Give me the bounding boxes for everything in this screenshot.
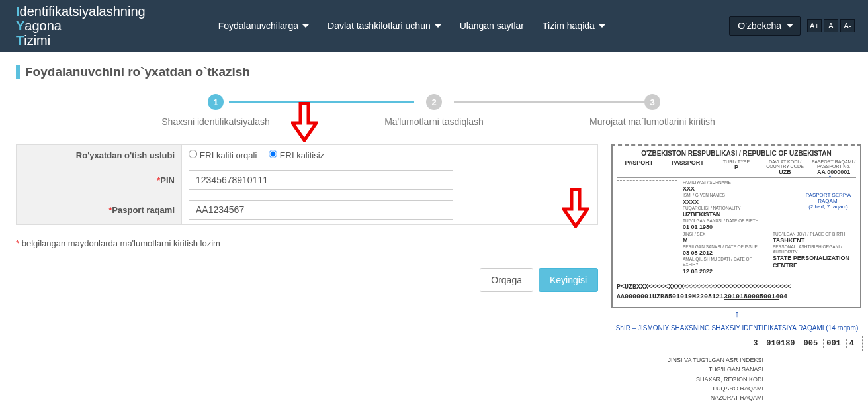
nav-gov[interactable]: Davlat tashkilotlari uchun — [327, 21, 441, 31]
stepper: 1 Shaxsni identifikatsiyalash 2 Ma'lumot… — [110, 94, 758, 127]
passport-sample-column: O'ZBEKISTON RESPUBLIKASI / REPUBLIC OF U… — [611, 144, 863, 403]
mrz-zone: P<UZBXXX<<<<<XXXX<<<<<<<<<<<<<<<<<<<<<<<… — [617, 282, 856, 302]
passport-label: Pasport raqami — [112, 205, 175, 215]
pin-part-2: 005 — [801, 339, 821, 348]
chevron-down-icon — [787, 24, 793, 28]
nav-users[interactable]: Foydalanuvchilarga — [218, 21, 309, 31]
logo-text-2: agona — [24, 19, 62, 33]
pob-val: TASHKENT — [773, 237, 856, 244]
logo-text-1: dentifikatsiyalashning — [20, 4, 146, 19]
passport-h-passport-en: PASSPORT — [666, 160, 711, 175]
seriya-note-title: PASPORT SERIYA RAQAMI — [802, 192, 855, 204]
font-size-controls: A+ A A- — [807, 19, 855, 32]
registration-form: Ro'yxatdan o'tish uslubi ERI kaliti orqa… — [16, 144, 598, 225]
logo-cap-2: Y — [16, 19, 24, 33]
content-row: Ro'yxatdan o'tish uslubi ERI kaliti orqa… — [16, 144, 852, 403]
logo-text-3: izimi — [24, 33, 50, 48]
pin-part-3: 001 — [823, 339, 844, 348]
step-1-circle: 1 — [208, 94, 224, 110]
nav-sites[interactable]: Ulangan saytlar — [460, 21, 524, 31]
next-button[interactable]: Keyingisi — [539, 268, 598, 292]
chevron-down-icon — [599, 24, 605, 28]
pin-label-region: SHAXAR, REGION KODI — [611, 375, 763, 384]
header-right: O'zbekcha A+ A A- — [729, 16, 855, 36]
pin-input[interactable] — [189, 170, 453, 190]
pin-part-1: 010180 — [763, 339, 797, 348]
pin-breakdown: 3 010180 005 001 4 — [691, 336, 863, 351]
font-decrease-button[interactable]: A- — [840, 19, 855, 32]
language-select[interactable]: O'zbekcha — [729, 16, 801, 36]
passport-header-row: PASPORT PASSPORT TURI / TYPEP DAVLAT KOD… — [617, 160, 856, 178]
doe-val: 12 08 2022 — [683, 268, 766, 275]
arrow-up-icon: ↑ — [828, 172, 832, 183]
radio-no-eri[interactable]: ERI kalitisiz — [269, 150, 324, 160]
annotation-arrow-2 — [562, 188, 589, 228]
page-title-row: Foydalanuvchini ro`yxatdan o`tkazish — [16, 65, 852, 79]
annotation-arrow-1 — [291, 102, 318, 142]
font-increase-button[interactable]: A+ — [807, 19, 822, 32]
chevron-down-icon — [435, 24, 441, 28]
radio-no-eri-label: ERI kalitisiz — [280, 150, 324, 160]
step-1-label: Shaxsni identifikatsiyalash — [161, 116, 269, 127]
passport-photo-placeholder — [617, 180, 677, 263]
header: Identifikatsiyalashning Yagona Tizimi Fo… — [0, 0, 868, 52]
step-3-label: Murojaat ma`lumotlarini kiritish — [589, 116, 715, 127]
shir-note: ShIR – JISMONIY SHAXSNING SHAXSIY IDENTI… — [611, 324, 863, 332]
nav-gov-label: Davlat tashkilotlari uchun — [327, 21, 431, 31]
mrz-line-1: P<UZBXXX<<<<<XXXX<<<<<<<<<<<<<<<<<<<<<<<… — [617, 282, 856, 292]
passport-h-type: TURI / TYPEP — [714, 160, 759, 175]
doi-val: 03 08 2012 — [683, 250, 766, 257]
passport-h-number: PASPORT RAQAMI / PASSPORT No.AA 0000001 — [811, 160, 856, 175]
passport-cell — [182, 195, 598, 225]
pin-label-fuqaro: FUQARO RAQAMI — [611, 384, 763, 393]
pin-label-jinsi: JINSI VA TUG'ILGAN ASR INDEKSI — [611, 355, 763, 365]
font-normal-button[interactable]: A — [824, 19, 838, 32]
doi-lbl: BERILGAN SANASI / DATE OF ISSUE — [683, 244, 766, 250]
pin-label: PIN — [160, 175, 175, 185]
page-content: Foydalanuvchini ro`yxatdan o`tkazish 1 S… — [0, 52, 868, 413]
step-3-circle: 3 — [644, 94, 660, 110]
step-3: 3 Murojaat ma`lumotlarini kiritish — [566, 94, 738, 127]
radio-eri-key-input[interactable] — [189, 150, 197, 158]
logo-cap-3: T — [16, 33, 24, 48]
passport-h-country: DAVLAT KODI / COUNTRY CODEUZB — [763, 160, 808, 175]
page-title: Foydalanuvchini ro`yxatdan o`tkazish — [25, 65, 250, 79]
logo[interactable]: Identifikatsiyalashning Yagona Tizimi — [16, 4, 146, 48]
passport-input[interactable] — [189, 200, 453, 220]
nav-about[interactable]: Tizim haqida — [542, 21, 605, 31]
title-accent — [16, 65, 20, 79]
dob-lbl: TUG'ILGAN SANASI / DATE OF BIRTH — [683, 218, 856, 224]
form-buttons: Orqaga Keyingisi — [16, 268, 598, 292]
step-1: 1 Shaxsni identifikatsiyalash — [130, 94, 302, 127]
doe-lbl: AMAL QILISH MUDDATI / DATE OF EXPIRY — [683, 257, 766, 267]
pin-label-sana: TUG'ILGAN SANASI — [611, 365, 763, 374]
step-2-circle: 2 — [426, 94, 442, 110]
back-button[interactable]: Orqaga — [480, 268, 533, 292]
passport-h-pasport: PASPORT — [617, 160, 662, 175]
auth-lbl: PERSONALLASHTIRISH ORGANI / AUTHORITY — [773, 244, 856, 255]
pin-part-0: 3 — [750, 339, 760, 348]
pin-label-cell: *PIN — [17, 165, 182, 195]
pob-lbl: TUG'ILGAN JOYI / PLACE OF BIRTH — [773, 232, 856, 237]
required-hint-text: belgilangan maydonlarda ma'lumotlarni ki… — [19, 238, 220, 248]
arrow-up-icon: ↑ — [611, 308, 863, 319]
nav-users-label: Foydalanuvchilarga — [218, 21, 298, 31]
pin-breakdown-labels: JINSI VA TUG'ILGAN ASR INDEKSI TUG'ILGAN… — [611, 355, 863, 403]
passport-sample: O'ZBEKISTON RESPUBLIKASI / REPUBLIC OF U… — [611, 144, 861, 308]
nav: Foydalanuvchilarga Davlat tashkilotlari … — [218, 21, 605, 31]
radio-no-eri-input[interactable] — [269, 150, 277, 158]
dob-val: 01 01 1980 — [683, 224, 856, 231]
auth-val: STATE PERSONALIZATION CENTRE — [773, 255, 856, 270]
passport-title: O'ZBEKISTON RESPUBLIKASI / REPUBLIC OF U… — [617, 150, 856, 157]
nav-sites-label: Ulangan saytlar — [460, 21, 524, 31]
method-cell: ERI kaliti orqali ERI kalitisiz — [182, 145, 598, 165]
seriya-note: PASPORT SERIYA RAQAMI (2 harf, 7 raqam) — [802, 192, 855, 210]
pin-part-4: 4 — [846, 339, 857, 348]
sex-val: M — [683, 237, 766, 244]
radio-eri-key-label: ERI kaliti orqali — [200, 150, 257, 160]
pin-label-nazorat: NAZORAT RAQAMI — [611, 393, 763, 402]
nav-about-label: Tizim haqida — [542, 21, 595, 31]
radio-eri-key[interactable]: ERI kaliti orqali — [189, 150, 257, 160]
sex-lbl: JINSI / SEX — [683, 232, 766, 237]
step-2-label: Ma'lumotlarni tasdiqlash — [384, 116, 484, 127]
